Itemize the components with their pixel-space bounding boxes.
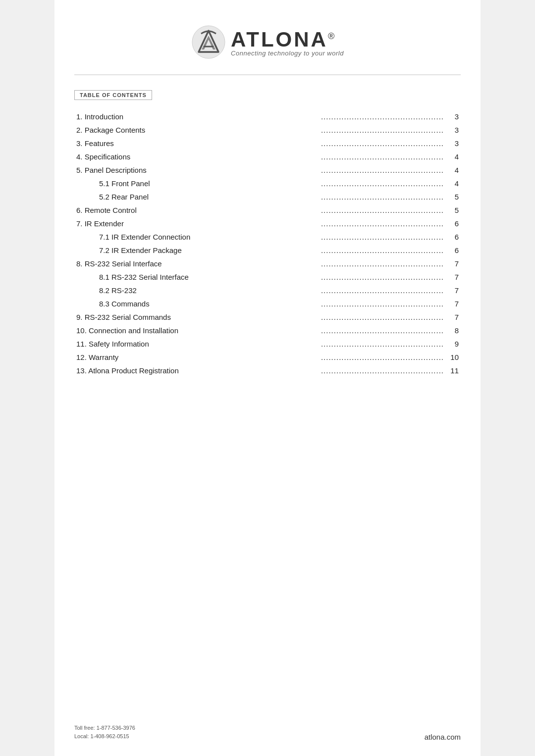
toc-dots-serial-cmds: ........................................… bbox=[203, 310, 446, 324]
toc-page-ir-pkg: 6 bbox=[446, 244, 461, 257]
toc-row-rs232-sub: 8.1 RS-232 Serial Interface.............… bbox=[74, 270, 461, 284]
toc-page-serial-cmds: 7 bbox=[446, 310, 461, 324]
toc-row-registration: 13. Atlona Product Registration.........… bbox=[74, 364, 461, 377]
toc-dots-rs232-2: ........................................… bbox=[203, 284, 446, 297]
toc-page-ir-ext: 6 bbox=[446, 217, 461, 230]
toc-dots-rs232: ........................................… bbox=[203, 257, 446, 270]
toc-dots-rs232-sub: ........................................… bbox=[203, 270, 446, 284]
toc-page-ir-conn: 6 bbox=[446, 230, 461, 244]
toc-item-label-serial-cmds: 9. RS-232 Serial Commands bbox=[74, 310, 203, 324]
toc-page-rs232-2: 7 bbox=[446, 284, 461, 297]
toc-item-label-remote: 6. Remote Control bbox=[74, 203, 203, 217]
toc-page-panel-desc: 4 bbox=[446, 163, 461, 177]
toc-page-commands: 7 bbox=[446, 297, 461, 310]
toc-row-commands: 8.3 Commands............................… bbox=[74, 297, 461, 310]
toc-row-front-panel: 5.1 Front Panel.........................… bbox=[74, 177, 461, 190]
toc-dots-package: ........................................… bbox=[203, 123, 446, 137]
toc-row-specs: 4. Specifications.......................… bbox=[74, 150, 461, 163]
local-number: Local: 1-408-962-0515 bbox=[74, 732, 135, 741]
toc-label: TABLE OF CONTENTS bbox=[74, 90, 152, 100]
toc-item-label-rs232-2: 8.2 RS-232 bbox=[74, 284, 203, 297]
toc-dots-ir-ext: ........................................… bbox=[203, 217, 446, 230]
tagline: Connecting technology to your world bbox=[231, 50, 344, 57]
toc-item-label-ir-conn: 7.1 IR Extender Connection bbox=[74, 230, 203, 244]
toc-row-serial-cmds: 9. RS-232 Serial Commands...............… bbox=[74, 310, 461, 324]
toc-page-intro: 3 bbox=[446, 110, 461, 123]
toc-page-front-panel: 4 bbox=[446, 177, 461, 190]
toc-item-label-front-panel: 5.1 Front Panel bbox=[74, 177, 203, 190]
toc-page-rs232-sub: 7 bbox=[446, 270, 461, 284]
toc-page-connection: 8 bbox=[446, 324, 461, 337]
logo-container: ATLONA® Connecting technology to your wo… bbox=[191, 25, 344, 59]
header: ATLONA® Connecting technology to your wo… bbox=[74, 15, 461, 75]
toc-row-panel-desc: 5. Panel Descriptions...................… bbox=[74, 163, 461, 177]
toc-row-rear-panel: 5.2 Rear Panel..........................… bbox=[74, 190, 461, 203]
toc-page-features: 3 bbox=[446, 137, 461, 150]
toc-row-rs232-2: 8.2 RS-232..............................… bbox=[74, 284, 461, 297]
logo-text: ATLONA® Connecting technology to your wo… bbox=[231, 28, 344, 57]
toc-page-warranty: 10 bbox=[446, 351, 461, 364]
toc-row-ir-pkg: 7.2 IR Extender Package.................… bbox=[74, 244, 461, 257]
toc-page-registration: 11 bbox=[446, 364, 461, 377]
toc-dots-warranty: ........................................… bbox=[203, 351, 446, 364]
toc-table: 1. Introduction.........................… bbox=[74, 110, 461, 377]
toc-page-package: 3 bbox=[446, 123, 461, 137]
toc-item-label-ir-pkg: 7.2 IR Extender Package bbox=[74, 244, 203, 257]
toc-dots-panel-desc: ........................................… bbox=[203, 163, 446, 177]
page: ATLONA® Connecting technology to your wo… bbox=[54, 0, 481, 756]
toc-row-intro: 1. Introduction.........................… bbox=[74, 110, 461, 123]
toc-row-package: 2. Package Contents.....................… bbox=[74, 123, 461, 137]
toc-row-warranty: 12. Warranty............................… bbox=[74, 351, 461, 364]
toc-dots-safety: ........................................… bbox=[203, 337, 446, 351]
atlona-logo-icon bbox=[191, 25, 226, 59]
toc-item-label-panel-desc: 5. Panel Descriptions bbox=[74, 163, 203, 177]
toc-item-label-rs232: 8. RS-232 Serial Interface bbox=[74, 257, 203, 270]
atlona-brand-name: ATLONA® bbox=[231, 28, 336, 51]
toc-item-label-commands: 8.3 Commands bbox=[74, 297, 203, 310]
toc-item-label-features: 3. Features bbox=[74, 137, 203, 150]
toc-page-safety: 9 bbox=[446, 337, 461, 351]
toc-item-label-rear-panel: 5.2 Rear Panel bbox=[74, 190, 203, 203]
toc-item-label-rs232-sub: 8.1 RS-232 Serial Interface bbox=[74, 270, 203, 284]
toc-dots-commands: ........................................… bbox=[203, 297, 446, 310]
toc-dots-front-panel: ........................................… bbox=[203, 177, 446, 190]
toc-dots-intro: ........................................… bbox=[203, 110, 446, 123]
toc-item-label-connection: 10. Connection and Installation bbox=[74, 324, 203, 337]
toc-dots-features: ........................................… bbox=[203, 137, 446, 150]
toc-item-label-intro: 1. Introduction bbox=[74, 110, 203, 123]
toc-page-rear-panel: 5 bbox=[446, 190, 461, 203]
toc-item-label-warranty: 12. Warranty bbox=[74, 351, 203, 364]
toc-page-remote: 5 bbox=[446, 203, 461, 217]
toc-row-ir-ext: 7. IR Extender..........................… bbox=[74, 217, 461, 230]
toc-row-safety: 11. Safety Information..................… bbox=[74, 337, 461, 351]
toc-row-rs232: 8. RS-232 Serial Interface..............… bbox=[74, 257, 461, 270]
toc-row-remote: 6. Remote Control.......................… bbox=[74, 203, 461, 217]
footer-website: atlona.com bbox=[425, 733, 461, 741]
toc-item-label-safety: 11. Safety Information bbox=[74, 337, 203, 351]
toc-row-connection: 10. Connection and Installation.........… bbox=[74, 324, 461, 337]
toc-dots-registration: ........................................… bbox=[203, 364, 446, 377]
toc-dots-specs: ........................................… bbox=[203, 150, 446, 163]
toc-dots-ir-conn: ........................................… bbox=[203, 230, 446, 244]
toc-item-label-ir-ext: 7. IR Extender bbox=[74, 217, 203, 230]
toc-dots-remote: ........................................… bbox=[203, 203, 446, 217]
toc-item-label-registration: 13. Atlona Product Registration bbox=[74, 364, 203, 377]
toc-dots-connection: ........................................… bbox=[203, 324, 446, 337]
toc-dots-rear-panel: ........................................… bbox=[203, 190, 446, 203]
toc-row-features: 3. Features.............................… bbox=[74, 137, 461, 150]
toc-page-rs232: 7 bbox=[446, 257, 461, 270]
toc-dots-ir-pkg: ........................................… bbox=[203, 244, 446, 257]
toc-item-label-specs: 4. Specifications bbox=[74, 150, 203, 163]
footer-contact: Toll free: 1-877-536-3976 Local: 1-408-9… bbox=[74, 724, 135, 741]
toc-row-ir-conn: 7.1 IR Extender Connection..............… bbox=[74, 230, 461, 244]
toll-free: Toll free: 1-877-536-3976 bbox=[74, 724, 135, 733]
footer: Toll free: 1-877-536-3976 Local: 1-408-9… bbox=[74, 724, 461, 741]
toc-page-specs: 4 bbox=[446, 150, 461, 163]
toc-item-label-package: 2. Package Contents bbox=[74, 123, 203, 137]
